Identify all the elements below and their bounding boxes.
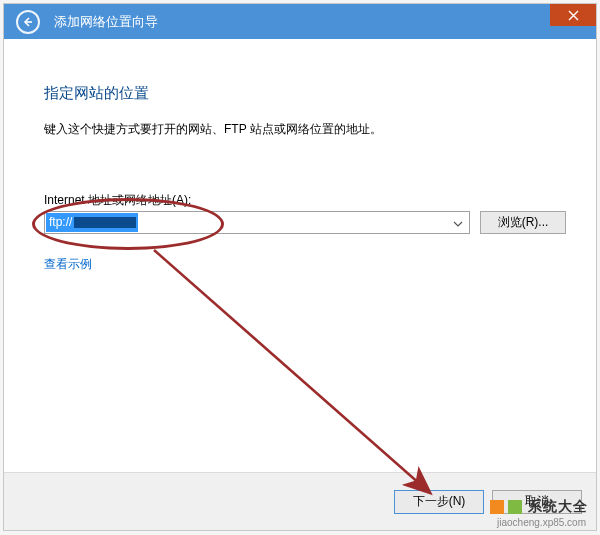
- close-button[interactable]: [550, 4, 596, 26]
- chevron-down-icon[interactable]: [453, 216, 463, 230]
- wizard-footer: 下一步(N) 取消: [4, 472, 596, 530]
- arrow-left-icon: [22, 16, 34, 28]
- page-description: 键入这个快捷方式要打开的网站、FTP 站点或网络位置的地址。: [44, 121, 578, 138]
- close-icon: [568, 10, 579, 21]
- titlebar: 添加网络位置向导: [4, 4, 596, 39]
- browse-button[interactable]: 浏览(R)...: [480, 211, 566, 234]
- next-button[interactable]: 下一步(N): [394, 490, 484, 514]
- address-input-selection: ftp://: [46, 213, 138, 232]
- window-title: 添加网络位置向导: [54, 13, 158, 31]
- cancel-button[interactable]: 取消: [492, 490, 582, 514]
- view-examples-link[interactable]: 查看示例: [44, 256, 92, 273]
- address-label: Internet 地址或网络地址(A):: [44, 192, 578, 209]
- address-value-prefix: ftp://: [49, 213, 72, 232]
- address-input[interactable]: ftp://: [44, 211, 470, 234]
- wizard-content: 指定网站的位置 键入这个快捷方式要打开的网站、FTP 站点或网络位置的地址。 I…: [22, 59, 578, 472]
- address-value-redacted: [74, 217, 136, 228]
- page-heading: 指定网站的位置: [44, 84, 578, 103]
- back-button[interactable]: [16, 10, 40, 34]
